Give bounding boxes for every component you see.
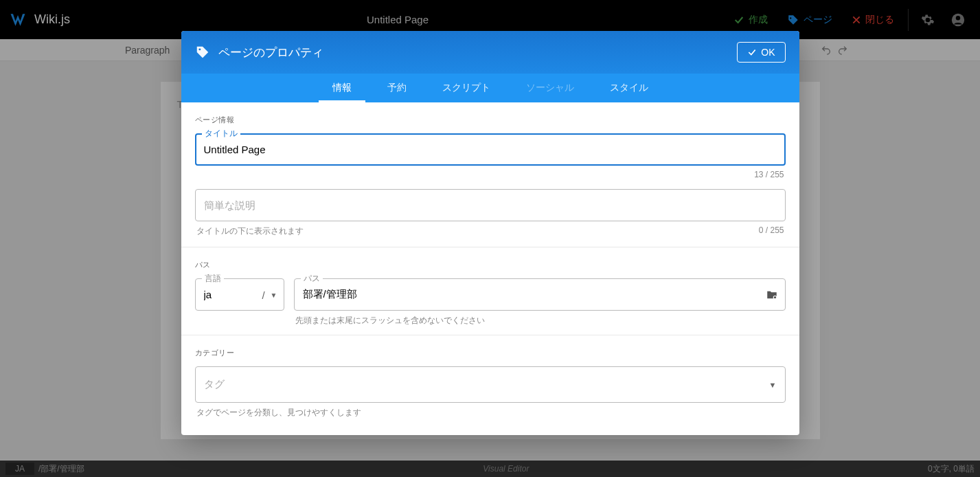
path-hint: 先頭または末尾にスラッシュを含めないでください [295,315,786,326]
path-row: 言語 / ▼ パス [195,278,786,326]
tag-icon [195,45,210,60]
folder-search-icon[interactable] [765,289,779,301]
ok-button[interactable]: OK [737,42,785,63]
path-field-wrap: パス 先頭または末尾にスラッシュを含めないでください [294,278,786,326]
description-field [195,189,786,221]
tag-field: タグ ▼ [195,366,786,403]
path-label: パス [301,273,323,285]
lang-label: 言語 [202,273,224,285]
chevron-down-icon: ▼ [271,291,277,298]
tab-schedule[interactable]: 予約 [382,74,412,102]
title-counter: 13 / 255 [754,170,784,179]
dialog-title: ページのプロパティ [218,45,323,60]
description-input[interactable] [195,189,786,221]
section-path-label: パス [195,260,786,270]
title-field: タイトル [195,133,786,166]
svg-point-2 [198,48,201,50]
page-properties-dialog: ページのプロパティ OK 情報 予約 スクリプト ソーシャル スタイル ページ情… [181,31,799,435]
lang-field-wrap: 言語 / ▼ [195,278,284,315]
tab-script[interactable]: スクリプト [437,74,496,102]
tab-style[interactable]: スタイル [604,74,654,102]
title-label: タイトル [202,128,240,140]
lang-field: 言語 / ▼ [195,278,284,311]
lang-suffix: / ▼ [262,289,277,300]
slash-separator: / [262,289,264,300]
dialog-header: ページのプロパティ OK [181,31,799,74]
tab-social: ソーシャル [521,74,580,102]
section-category-label: カテゴリー [195,348,786,358]
ok-label: OK [761,47,775,58]
tag-hint: タグでページを分類し、見つけやすくします [196,407,786,419]
chevron-down-icon: ▼ [769,381,777,389]
modal-overlay: ページのプロパティ OK 情報 予約 スクリプト ソーシャル スタイル ページ情… [0,0,980,477]
divider [181,247,799,247]
dialog-tabs: 情報 予約 スクリプト ソーシャル スタイル [181,74,799,102]
dialog-body: ページ情報 タイトル 13 / 255 タイトルの下に表示されます 0 / 25… [181,102,799,435]
title-input[interactable] [195,133,786,166]
check-icon [747,47,757,57]
title-hint [196,170,755,179]
path-input[interactable] [294,278,786,311]
tag-placeholder: タグ [204,378,225,391]
tag-select[interactable]: タグ ▼ [195,366,786,403]
description-hint: タイトルの下に表示されます [196,225,759,237]
tab-info[interactable]: 情報 [327,74,357,102]
path-field: パス [294,278,786,311]
section-info-label: ページ情報 [195,115,786,125]
description-counter: 0 / 255 [759,225,784,237]
divider [181,335,799,335]
